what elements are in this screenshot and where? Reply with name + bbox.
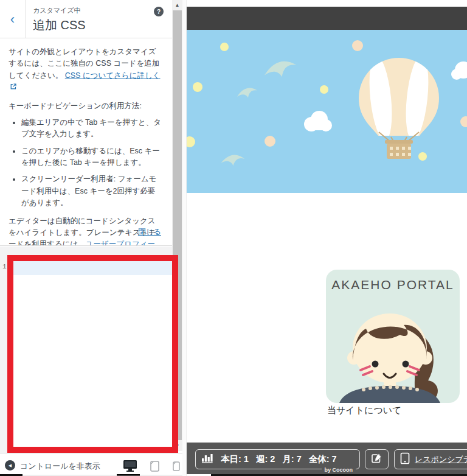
phone-icon bbox=[173, 463, 180, 473]
tablet-icon bbox=[150, 463, 160, 474]
stat-total: 全体: 7 bbox=[309, 453, 337, 465]
preview-desktop-button[interactable] bbox=[123, 460, 137, 474]
sky-illustration bbox=[187, 30, 467, 193]
preview-gutter bbox=[182, 0, 187, 476]
list-item: 編集エリアの中で Tab キーを押すと、タブ文字を入力します。 bbox=[21, 117, 162, 141]
preview-tablet-button[interactable] bbox=[150, 461, 160, 474]
breadcrumb: カスタマイズ中 bbox=[33, 6, 86, 15]
divider bbox=[0, 475, 182, 475]
site-nav-bar bbox=[187, 7, 467, 30]
list-item: このエリアから移動するには、Esc キーを押した後に Tab キーを押します。 bbox=[21, 145, 162, 169]
css-code-editor[interactable] bbox=[13, 261, 172, 450]
keyboard-heading: キーボードナビゲーションの利用方法: bbox=[9, 100, 162, 112]
customizer-panel: ‹ カスタマイズ中 追加 CSS ? サイトの外観とレイアウトをカスタマイズする… bbox=[0, 0, 182, 476]
collapse-controls-label[interactable]: コントロールを非表示 bbox=[20, 461, 100, 472]
hot-air-balloon-icon bbox=[359, 55, 439, 159]
site-preview: AKAEHO PORTAL bbox=[182, 0, 467, 476]
page-title: 追加 CSS bbox=[33, 17, 86, 33]
card-caption: 当サイトについて bbox=[327, 405, 401, 416]
panel-header: ‹ カスタマイズ中 追加 CSS ? bbox=[0, 0, 172, 38]
header-text: カスタマイズ中 追加 CSS bbox=[33, 6, 86, 33]
edit-pencil-icon bbox=[372, 453, 382, 466]
css-learn-more-link[interactable]: CSS についてさらに詳しく bbox=[65, 71, 161, 80]
help-notice: サイトの外観とレイアウトをカスタマイズするには、ここに独自の CSS コードを追… bbox=[0, 39, 172, 246]
customizer-window: ‹ カスタマイズ中 追加 CSS ? サイトの外観とレイアウトをカスタマイズする… bbox=[0, 0, 467, 476]
stat-week: 週: 2 bbox=[256, 453, 275, 465]
panel-scrollbar[interactable]: ▲ ▼ bbox=[172, 0, 182, 451]
bar-chart-icon bbox=[202, 453, 213, 466]
by-cocoon-label: by Cocoon bbox=[322, 467, 356, 473]
help-icon[interactable]: ? bbox=[154, 7, 164, 16]
notice-intro: サイトの外観とレイアウトをカスタマイズするには、ここに独自の CSS コードを追… bbox=[9, 46, 162, 94]
responsive-test-button[interactable]: レスポンシブテスト bbox=[394, 449, 467, 469]
scrollbar-down-arrow[interactable]: ▼ bbox=[172, 441, 182, 451]
line-number: 1 bbox=[2, 263, 7, 270]
access-stats-box[interactable]: 本日: 1 週: 2 月: 7 全体: 7 by Cocoon bbox=[195, 449, 360, 469]
back-chevron-icon: ‹ bbox=[10, 13, 15, 26]
css-editor-section: 1 bbox=[0, 247, 172, 453]
desktop-icon bbox=[123, 463, 137, 474]
avatar bbox=[326, 298, 460, 403]
tablet-device-icon bbox=[400, 452, 410, 467]
site-header-image bbox=[187, 30, 467, 193]
scrollbar-thumb[interactable] bbox=[173, 10, 182, 440]
bird-icon bbox=[221, 61, 296, 167]
about-site-card[interactable]: AKAEHO PORTAL bbox=[326, 270, 460, 403]
stat-month: 月: 7 bbox=[282, 453, 301, 465]
keyboard-tips-list: 編集エリアの中で Tab キーを押すと、タブ文字を入力します。 このエリアから移… bbox=[9, 117, 162, 209]
editor-active-line bbox=[13, 261, 172, 275]
list-item: スクリーンリーダー利用者: フォームモード利用中は、Esc キーを2回押す必要が… bbox=[21, 173, 162, 209]
site-footer-bar: 本日: 1 週: 2 月: 7 全体: 7 by Cocoon レスポンシブテス… bbox=[187, 443, 467, 474]
scrollbar-up-arrow[interactable]: ▲ bbox=[172, 0, 182, 10]
stat-today: 本日: 1 bbox=[221, 453, 249, 465]
close-notice-link[interactable]: 閉じる bbox=[138, 226, 161, 238]
external-link-icon bbox=[10, 82, 17, 94]
panel-footer: ◀ コントロールを非表示 bbox=[0, 453, 182, 476]
back-button[interactable]: ‹ bbox=[0, 0, 26, 38]
card-title: AKAEHO PORTAL bbox=[326, 278, 460, 292]
edit-page-button[interactable] bbox=[365, 449, 389, 469]
preview-mobile-button[interactable] bbox=[173, 461, 180, 474]
collapse-controls-icon[interactable]: ◀ bbox=[5, 460, 15, 471]
responsive-test-label: レスポンシブテスト bbox=[415, 454, 467, 465]
